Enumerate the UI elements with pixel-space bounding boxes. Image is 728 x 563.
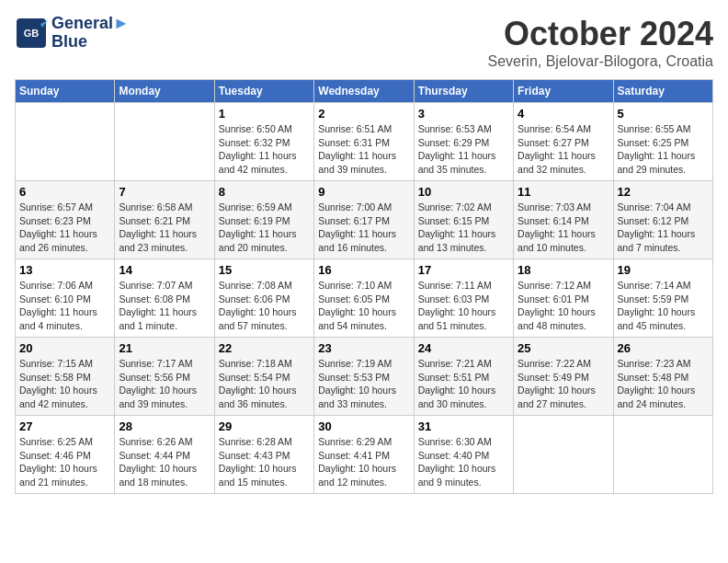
calendar-cell: 4Sunrise: 6:54 AM Sunset: 6:27 PM Daylig… bbox=[514, 103, 613, 181]
day-number: 12 bbox=[618, 185, 709, 199]
day-info: Sunrise: 6:59 AM Sunset: 6:19 PM Dayligh… bbox=[219, 201, 310, 255]
day-number: 9 bbox=[318, 185, 409, 199]
day-info: Sunrise: 7:02 AM Sunset: 6:15 PM Dayligh… bbox=[418, 201, 509, 255]
day-info: Sunrise: 6:58 AM Sunset: 6:21 PM Dayligh… bbox=[119, 201, 210, 255]
day-number: 31 bbox=[418, 419, 509, 433]
day-number: 30 bbox=[318, 419, 409, 433]
month-title: October 2024 bbox=[488, 15, 713, 53]
day-info: Sunrise: 7:12 AM Sunset: 6:01 PM Dayligh… bbox=[518, 279, 609, 333]
calendar-cell: 23Sunrise: 7:19 AM Sunset: 5:53 PM Dayli… bbox=[314, 338, 414, 416]
calendar-cell: 2Sunrise: 6:51 AM Sunset: 6:31 PM Daylig… bbox=[314, 103, 414, 181]
calendar-cell: 14Sunrise: 7:07 AM Sunset: 6:08 PM Dayli… bbox=[115, 259, 214, 338]
calendar-cell: 11Sunrise: 7:03 AM Sunset: 6:14 PM Dayli… bbox=[514, 181, 613, 259]
day-info: Sunrise: 7:06 AM Sunset: 6:10 PM Dayligh… bbox=[19, 279, 110, 333]
calendar-week-row-4: 27Sunrise: 6:25 AM Sunset: 4:46 PM Dayli… bbox=[16, 416, 713, 494]
col-thursday: Thursday bbox=[414, 80, 513, 103]
location: Severin, Bjelovar-Bilogora, Croatia bbox=[488, 53, 713, 70]
calendar-table: Sunday Monday Tuesday Wednesday Thursday… bbox=[15, 79, 713, 494]
logo-icon: GB bbox=[15, 17, 48, 50]
calendar-cell: 18Sunrise: 7:12 AM Sunset: 6:01 PM Dayli… bbox=[514, 259, 613, 338]
logo-line1: General► bbox=[51, 15, 130, 33]
calendar-cell bbox=[115, 103, 214, 181]
day-number: 11 bbox=[518, 185, 609, 199]
col-friday: Friday bbox=[514, 80, 613, 103]
col-monday: Monday bbox=[115, 80, 214, 103]
day-number: 26 bbox=[618, 341, 709, 355]
day-number: 10 bbox=[418, 185, 509, 199]
day-info: Sunrise: 6:28 AM Sunset: 4:43 PM Dayligh… bbox=[219, 435, 310, 489]
day-number: 15 bbox=[219, 263, 310, 277]
calendar-cell: 15Sunrise: 7:08 AM Sunset: 6:06 PM Dayli… bbox=[214, 259, 313, 338]
calendar-cell: 29Sunrise: 6:28 AM Sunset: 4:43 PM Dayli… bbox=[214, 416, 313, 494]
calendar-cell bbox=[16, 103, 115, 181]
day-number: 8 bbox=[219, 185, 310, 199]
day-number: 16 bbox=[318, 263, 409, 277]
calendar-week-row-0: 1Sunrise: 6:50 AM Sunset: 6:32 PM Daylig… bbox=[16, 103, 713, 181]
calendar-header-row: Sunday Monday Tuesday Wednesday Thursday… bbox=[16, 80, 713, 103]
title-block: October 2024 Severin, Bjelovar-Bilogora,… bbox=[488, 15, 713, 70]
day-number: 21 bbox=[119, 341, 210, 355]
day-info: Sunrise: 7:18 AM Sunset: 5:54 PM Dayligh… bbox=[219, 357, 310, 411]
day-info: Sunrise: 6:26 AM Sunset: 4:44 PM Dayligh… bbox=[119, 435, 210, 489]
day-number: 18 bbox=[518, 263, 609, 277]
day-number: 5 bbox=[618, 107, 709, 121]
calendar-cell: 3Sunrise: 6:53 AM Sunset: 6:29 PM Daylig… bbox=[414, 103, 513, 181]
logo: GB General► Blue bbox=[15, 15, 130, 52]
calendar-cell: 19Sunrise: 7:14 AM Sunset: 5:59 PM Dayli… bbox=[613, 259, 712, 338]
day-number: 4 bbox=[518, 107, 609, 121]
day-number: 23 bbox=[318, 341, 409, 355]
day-info: Sunrise: 7:22 AM Sunset: 5:49 PM Dayligh… bbox=[518, 357, 609, 411]
day-info: Sunrise: 6:25 AM Sunset: 4:46 PM Dayligh… bbox=[19, 435, 110, 489]
col-sunday: Sunday bbox=[16, 80, 115, 103]
calendar-cell bbox=[514, 416, 613, 494]
day-info: Sunrise: 7:21 AM Sunset: 5:51 PM Dayligh… bbox=[418, 357, 509, 411]
day-info: Sunrise: 7:00 AM Sunset: 6:17 PM Dayligh… bbox=[318, 201, 409, 255]
calendar-cell: 17Sunrise: 7:11 AM Sunset: 6:03 PM Dayli… bbox=[414, 259, 513, 338]
day-info: Sunrise: 7:19 AM Sunset: 5:53 PM Dayligh… bbox=[318, 357, 409, 411]
svg-text:GB: GB bbox=[24, 28, 40, 39]
day-info: Sunrise: 6:53 AM Sunset: 6:29 PM Dayligh… bbox=[418, 122, 509, 177]
calendar-cell: 13Sunrise: 7:06 AM Sunset: 6:10 PM Dayli… bbox=[16, 259, 115, 338]
day-info: Sunrise: 7:04 AM Sunset: 6:12 PM Dayligh… bbox=[618, 201, 709, 255]
calendar-cell: 27Sunrise: 6:25 AM Sunset: 4:46 PM Dayli… bbox=[16, 416, 115, 494]
day-info: Sunrise: 7:23 AM Sunset: 5:48 PM Dayligh… bbox=[618, 357, 709, 411]
day-info: Sunrise: 6:54 AM Sunset: 6:27 PM Dayligh… bbox=[518, 122, 609, 177]
day-number: 27 bbox=[19, 419, 110, 433]
col-wednesday: Wednesday bbox=[314, 80, 414, 103]
calendar-cell: 7Sunrise: 6:58 AM Sunset: 6:21 PM Daylig… bbox=[115, 181, 214, 259]
day-number: 7 bbox=[119, 185, 210, 199]
day-number: 24 bbox=[418, 341, 509, 355]
day-info: Sunrise: 7:08 AM Sunset: 6:06 PM Dayligh… bbox=[219, 279, 310, 333]
calendar-cell: 5Sunrise: 6:55 AM Sunset: 6:25 PM Daylig… bbox=[613, 103, 712, 181]
calendar-cell: 16Sunrise: 7:10 AM Sunset: 6:05 PM Dayli… bbox=[314, 259, 414, 338]
day-number: 2 bbox=[318, 107, 409, 121]
day-number: 22 bbox=[219, 341, 310, 355]
day-number: 1 bbox=[219, 107, 310, 121]
day-number: 6 bbox=[19, 185, 110, 199]
calendar-cell: 9Sunrise: 7:00 AM Sunset: 6:17 PM Daylig… bbox=[314, 181, 414, 259]
day-info: Sunrise: 7:17 AM Sunset: 5:56 PM Dayligh… bbox=[119, 357, 210, 411]
day-info: Sunrise: 7:10 AM Sunset: 6:05 PM Dayligh… bbox=[318, 279, 409, 333]
day-number: 14 bbox=[119, 263, 210, 277]
calendar-cell: 1Sunrise: 6:50 AM Sunset: 6:32 PM Daylig… bbox=[214, 103, 313, 181]
day-info: Sunrise: 7:15 AM Sunset: 5:58 PM Dayligh… bbox=[19, 357, 110, 411]
calendar-cell: 21Sunrise: 7:17 AM Sunset: 5:56 PM Dayli… bbox=[115, 338, 214, 416]
calendar-cell: 31Sunrise: 6:30 AM Sunset: 4:40 PM Dayli… bbox=[414, 416, 513, 494]
calendar-cell: 20Sunrise: 7:15 AM Sunset: 5:58 PM Dayli… bbox=[16, 338, 115, 416]
day-number: 19 bbox=[618, 263, 709, 277]
day-number: 13 bbox=[19, 263, 110, 277]
col-tuesday: Tuesday bbox=[214, 80, 313, 103]
calendar-cell: 30Sunrise: 6:29 AM Sunset: 4:41 PM Dayli… bbox=[314, 416, 414, 494]
day-info: Sunrise: 6:55 AM Sunset: 6:25 PM Dayligh… bbox=[618, 122, 709, 177]
day-number: 20 bbox=[19, 341, 110, 355]
calendar-cell bbox=[613, 416, 712, 494]
calendar-week-row-1: 6Sunrise: 6:57 AM Sunset: 6:23 PM Daylig… bbox=[16, 181, 713, 259]
calendar-week-row-3: 20Sunrise: 7:15 AM Sunset: 5:58 PM Dayli… bbox=[16, 338, 713, 416]
calendar-week-row-2: 13Sunrise: 7:06 AM Sunset: 6:10 PM Dayli… bbox=[16, 259, 713, 338]
page-container: GB General► Blue October 2024 Severin, B… bbox=[0, 0, 728, 501]
calendar-cell: 25Sunrise: 7:22 AM Sunset: 5:49 PM Dayli… bbox=[514, 338, 613, 416]
calendar-cell: 10Sunrise: 7:02 AM Sunset: 6:15 PM Dayli… bbox=[414, 181, 513, 259]
day-info: Sunrise: 6:57 AM Sunset: 6:23 PM Dayligh… bbox=[19, 201, 110, 255]
day-info: Sunrise: 7:03 AM Sunset: 6:14 PM Dayligh… bbox=[518, 201, 609, 255]
day-info: Sunrise: 6:29 AM Sunset: 4:41 PM Dayligh… bbox=[318, 435, 409, 489]
